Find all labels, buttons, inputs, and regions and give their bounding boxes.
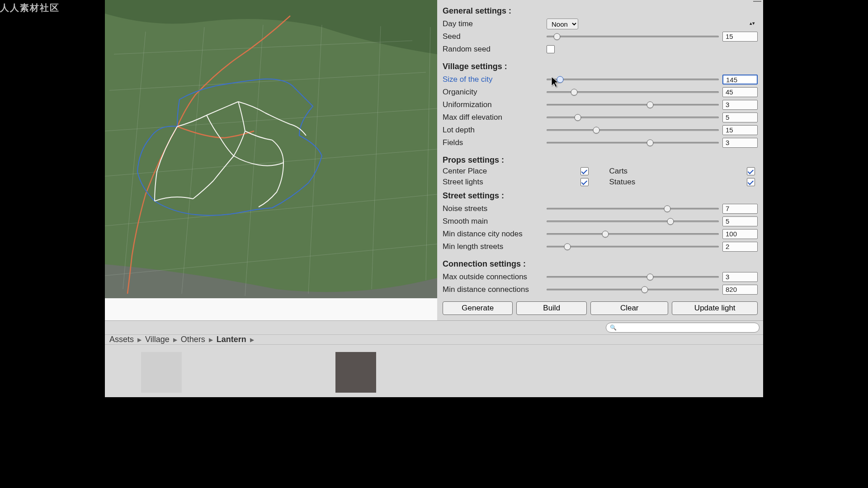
assets-grid[interactable]	[105, 345, 763, 397]
general-section-title: General settings :	[443, 6, 758, 16]
statues-checkbox[interactable]	[747, 178, 755, 186]
project-toolbar: 🔍	[105, 321, 763, 334]
uniformization-input[interactable]: 3	[722, 100, 758, 110]
village-section-title: Village settings :	[443, 62, 758, 71]
lot-depth-label: Lot depth	[443, 126, 547, 135]
street-lights-checkbox[interactable]	[580, 178, 589, 186]
day-time-select[interactable]: Noon	[547, 19, 578, 29]
asset-tile[interactable]	[335, 352, 376, 393]
chevron-updown-icon: ▴▾	[750, 20, 755, 26]
search-icon: 🔍	[610, 324, 617, 331]
size-city-label: Size of the city	[443, 75, 547, 84]
min-dist-city-nodes-input[interactable]: 100	[722, 229, 758, 239]
organicity-input[interactable]: 45	[722, 87, 758, 97]
max-diff-elevation-slider[interactable]	[547, 113, 719, 122]
min-dist-city-nodes-slider[interactable]	[547, 230, 719, 238]
street-lights-label: Street lights	[443, 178, 580, 187]
chevron-right-icon: ▶	[209, 337, 213, 343]
size-city-slider[interactable]	[547, 75, 719, 84]
min-length-streets-label: Min length streets	[443, 242, 547, 251]
noise-streets-label: Noise streets	[443, 204, 547, 213]
fields-input[interactable]: 3	[722, 138, 758, 148]
chevron-right-icon: ▶	[250, 337, 254, 343]
seed-input[interactable]: 15	[722, 32, 758, 42]
chevron-right-icon: ▶	[173, 337, 177, 343]
smooth-main-slider[interactable]	[547, 217, 719, 225]
inspector-panel: General settings : Day time Noon ▴▾ Seed	[437, 0, 763, 320]
uniformization-label: Uniformization	[443, 100, 547, 109]
fields-label: Fields	[443, 138, 547, 147]
min-distance-connections-label: Min distance connections	[443, 285, 547, 294]
min-distance-connections-slider[interactable]	[547, 286, 719, 294]
breadcrumb-item[interactable]: Village	[145, 335, 170, 344]
scene-canvas	[105, 0, 437, 298]
max-outside-connections-label: Max outside connections	[443, 272, 547, 282]
chevron-right-icon: ▶	[137, 337, 142, 343]
day-time-label: Day time	[443, 19, 547, 28]
carts-checkbox[interactable]	[747, 167, 755, 175]
max-outside-connections-input[interactable]: 3	[722, 272, 758, 282]
smooth-main-input[interactable]: 5	[722, 216, 758, 226]
clear-button[interactable]: Clear	[590, 301, 669, 315]
street-section-title: Street settings :	[443, 191, 758, 201]
carts-label: Carts	[609, 167, 747, 176]
panel-grip-icon[interactable]	[753, 0, 761, 2]
seed-label: Seed	[443, 32, 547, 41]
breadcrumb-item-current[interactable]: Lantern	[217, 335, 246, 344]
random-seed-checkbox[interactable]	[547, 45, 555, 53]
watermark-text: 人人素材社区	[0, 2, 60, 14]
lot-depth-slider[interactable]	[547, 126, 719, 134]
center-place-label: Center Place	[443, 167, 580, 176]
min-distance-connections-input[interactable]: 820	[722, 285, 758, 295]
breadcrumb-item[interactable]: Others	[181, 335, 205, 344]
max-diff-elevation-input[interactable]: 5	[722, 113, 758, 122]
app-frame: General settings : Day time Noon ▴▾ Seed	[105, 0, 763, 371]
asset-tile[interactable]	[141, 352, 182, 393]
smooth-main-label: Smooth main	[443, 217, 547, 226]
min-dist-city-nodes-label: Min distance city nodes	[443, 230, 547, 239]
main-area: General settings : Day time Noon ▴▾ Seed	[105, 0, 763, 320]
seed-slider[interactable]	[547, 33, 719, 41]
props-section-title: Props settings :	[443, 155, 758, 165]
breadcrumb-item[interactable]: Assets	[109, 335, 134, 344]
max-outside-connections-slider[interactable]	[547, 273, 719, 281]
build-button[interactable]: Build	[516, 301, 586, 315]
statues-label: Statues	[609, 178, 747, 187]
generate-button[interactable]: Generate	[443, 301, 513, 315]
random-seed-label: Random seed	[443, 45, 547, 54]
min-length-streets-slider[interactable]	[547, 243, 719, 251]
connection-section-title: Connection settings :	[443, 259, 758, 269]
lot-depth-input[interactable]: 15	[722, 125, 758, 135]
update-light-button[interactable]: Update light	[672, 301, 758, 315]
organicity-slider[interactable]	[547, 88, 719, 96]
fields-slider[interactable]	[547, 139, 719, 147]
project-search-input[interactable]: 🔍	[606, 323, 760, 333]
organicity-label: Organicity	[443, 88, 547, 97]
noise-streets-slider[interactable]	[547, 205, 719, 213]
max-diff-elevation-label: Max diff elevation	[443, 113, 547, 122]
uniformization-slider[interactable]	[547, 101, 719, 109]
center-place-checkbox[interactable]	[580, 167, 589, 175]
size-city-input[interactable]: 145	[722, 75, 758, 84]
project-browser: 🔍 Assets ▶ Village ▶ Others ▶ Lantern ▶	[105, 320, 763, 393]
breadcrumb: Assets ▶ Village ▶ Others ▶ Lantern ▶	[105, 334, 763, 345]
min-length-streets-input[interactable]: 2	[722, 242, 758, 252]
noise-streets-input[interactable]: 7	[722, 204, 758, 214]
scene-viewport[interactable]	[105, 0, 437, 298]
